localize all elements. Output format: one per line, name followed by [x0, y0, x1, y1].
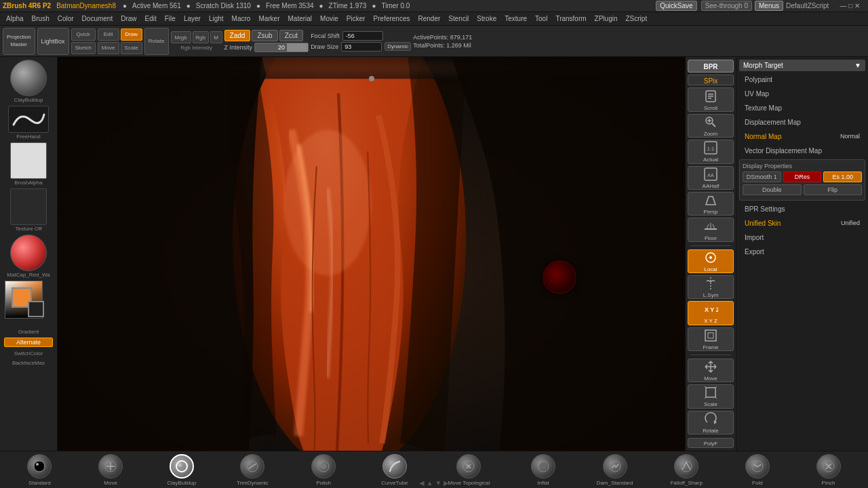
draw-size-input[interactable]: 93	[341, 42, 382, 52]
zcut-button[interactable]: Zcut	[279, 30, 303, 41]
bpr-settings-item[interactable]: BPR Settings	[739, 203, 865, 215]
menu-edit[interactable]: Edit	[142, 14, 160, 23]
canvas-viewport[interactable]	[58, 57, 685, 451]
scroll-button[interactable]: Scroll	[688, 87, 734, 111]
persp-button[interactable]: Persp	[688, 192, 734, 216]
draw-button[interactable]: Draw	[121, 28, 142, 41]
curvetube-tool[interactable]: CurveTube	[377, 454, 412, 486]
menu-macro[interactable]: Macro	[229, 14, 254, 23]
menu-alpha[interactable]: Alpha	[3, 14, 27, 23]
z-intensity-slider[interactable]: 20	[254, 43, 309, 52]
menu-document[interactable]: Document	[79, 14, 117, 23]
move-topological-tool[interactable]: Move Topological	[448, 454, 490, 486]
texture-map-item[interactable]: Texture Map	[739, 102, 865, 114]
menu-layer[interactable]: Layer	[180, 14, 204, 23]
menu-light[interactable]: Light	[205, 14, 227, 23]
menu-brush[interactable]: Brush	[28, 14, 53, 23]
dres-button[interactable]: DRes	[783, 171, 822, 182]
fold-tool[interactable]: Fold	[740, 454, 775, 486]
menu-picker[interactable]: Picker	[343, 14, 369, 23]
menu-texture[interactable]: Texture	[501, 14, 530, 23]
move-right-button[interactable]: Move	[688, 359, 734, 382]
polypaint-item[interactable]: Polypaint	[739, 74, 865, 85]
menu-movie[interactable]: Movie	[317, 14, 342, 23]
move-button-toolbar[interactable]: Move	[98, 42, 119, 54]
polyf-button[interactable]: PolyF	[688, 438, 734, 448]
color-swatch[interactable]	[5, 281, 52, 328]
unified-skin-item[interactable]: Unified Skin Unified	[739, 218, 865, 229]
menu-file[interactable]: File	[161, 14, 179, 23]
texture-preview[interactable]	[10, 188, 47, 225]
actual-button[interactable]: 1:1 Actual	[688, 140, 734, 163]
rgb-button[interactable]: Rgb	[193, 31, 209, 43]
canvas-area[interactable]	[58, 57, 685, 451]
brush-preview[interactable]	[10, 60, 47, 96]
menu-marker[interactable]: Marker	[255, 14, 283, 23]
zadd-button[interactable]: Zadd	[224, 30, 251, 41]
menu-zplugin[interactable]: ZPlugin	[591, 14, 621, 23]
projection-master-button[interactable]: Projection Master	[3, 28, 35, 55]
m-button[interactable]: M	[210, 31, 222, 43]
bpr-button[interactable]: BPR	[688, 60, 734, 73]
dynamic-button[interactable]: Dynamic	[384, 42, 411, 51]
spix-button[interactable]: SPix	[688, 75, 734, 86]
sketch-button[interactable]: Sketch	[71, 42, 96, 54]
standard-tool[interactable]: Standard	[22, 454, 57, 486]
menu-stroke[interactable]: Stroke	[473, 14, 500, 23]
mrgb-button[interactable]: Mrgb	[171, 31, 191, 43]
stroke-preview[interactable]	[8, 106, 49, 133]
uv-map-item[interactable]: UV Map	[739, 88, 865, 100]
rotate-right-button[interactable]: Rotate	[688, 411, 734, 434]
dsmooth-button[interactable]: DSmooth 1	[743, 171, 781, 182]
floor-button[interactable]: Floor	[688, 218, 734, 241]
menu-zscript[interactable]: ZScript	[623, 14, 651, 23]
polish-tool[interactable]: Polish	[306, 454, 341, 486]
menu-render[interactable]: Render	[415, 14, 444, 23]
menu-color[interactable]: Color	[54, 14, 77, 23]
flip-button[interactable]: Flip	[804, 184, 863, 195]
xyz-button[interactable]: X Y Z X Y Z	[688, 301, 734, 325]
move-tool[interactable]: Move	[93, 454, 128, 486]
es-button[interactable]: Es 1.00	[823, 171, 862, 182]
menu-stencil[interactable]: Stencil	[445, 14, 472, 23]
see-through-control[interactable]: See-through 0	[701, 1, 752, 11]
vector-displacement-item[interactable]: Vector Displacement Map	[739, 145, 865, 157]
menu-draw[interactable]: Draw	[117, 14, 140, 23]
lsym-button[interactable]: L.Sym	[688, 275, 734, 299]
window-controls[interactable]: — □ ✕	[840, 2, 860, 9]
menu-tool[interactable]: Tool	[532, 14, 551, 23]
falloff-sharp-tool[interactable]: Falloff_Sharp	[669, 454, 704, 486]
zoom-button[interactable]: Zoom	[688, 114, 734, 138]
aahalf-button[interactable]: AA AAHalf	[688, 166, 734, 190]
matcap-preview[interactable]	[10, 235, 47, 271]
local-button[interactable]: Local	[688, 249, 734, 273]
frame-button[interactable]: Frame	[688, 327, 734, 351]
quick-sketch-button[interactable]: Quick	[71, 28, 96, 41]
claybuildup-tool[interactable]: ClayBuildup	[164, 454, 199, 486]
lightbox-button[interactable]: LightBox	[37, 28, 69, 55]
focal-shift-input[interactable]: -56	[342, 31, 383, 41]
scale-button-toolbar[interactable]: Scale	[121, 42, 142, 54]
import-item[interactable]: Import	[739, 232, 865, 243]
default-script[interactable]: DefaultZScript	[786, 2, 829, 9]
menu-material[interactable]: Material	[285, 14, 316, 23]
dam-standard-tool[interactable]: Dam_Standard	[597, 454, 633, 486]
displacement-map-item[interactable]: Displacement Map	[739, 117, 865, 128]
scale-right-button[interactable]: Scale	[688, 384, 734, 408]
alternate-button[interactable]: Alternate	[4, 338, 53, 347]
normal-map-item[interactable]: Normal Map Normal	[739, 131, 865, 142]
export-item[interactable]: Export	[739, 246, 865, 258]
menus-button[interactable]: Menus	[755, 1, 783, 11]
alpha-preview[interactable]	[10, 142, 47, 179]
inflat-tool[interactable]: Inflat	[526, 454, 561, 486]
zsub-button[interactable]: Zsub	[252, 30, 277, 41]
rotate-button-toolbar[interactable]: Rotate	[144, 28, 169, 55]
edit-button[interactable]: Edit	[98, 28, 119, 41]
morph-target-header[interactable]: Morph Target ▼	[739, 60, 865, 71]
pinch-tool[interactable]: Pinch	[811, 454, 846, 486]
quicksave-button[interactable]: QuickSave	[656, 1, 696, 11]
trimdynamic-tool[interactable]: TrimDynamic	[235, 454, 270, 486]
menu-transform[interactable]: Transform	[552, 14, 589, 23]
menu-preferences[interactable]: Preferences	[370, 14, 414, 23]
background-color[interactable]	[28, 301, 44, 317]
